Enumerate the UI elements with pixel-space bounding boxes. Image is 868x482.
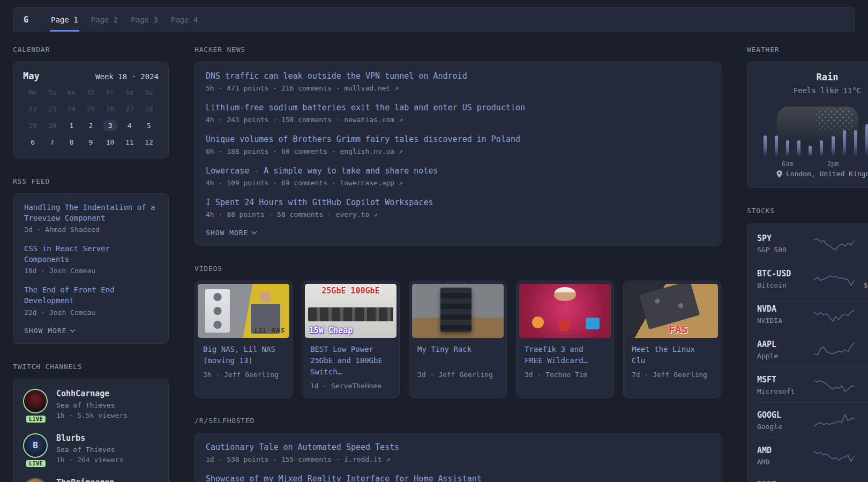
rss-item-title[interactable]: CSS in React Server Components (24, 244, 110, 263)
hn-item-domain-link[interactable]: lowercase.app ↗ (340, 179, 402, 187)
stock-row: NVDA NVIDIA +3.52% $888.40 (757, 296, 868, 332)
twitch-channel-row[interactable]: LIVE CohhCarnage Sea of Thieves 1h · 5.5… (23, 389, 159, 419)
weather-bar (797, 140, 800, 157)
reddit-section-title: /R/SELFHOSTED (194, 417, 721, 425)
stock-price: $150.45 (856, 457, 868, 466)
hn-item-title[interactable]: I Spent 24 Hours with GitHub Copilot Wor… (206, 198, 433, 207)
app-logo: G (13, 7, 39, 32)
video-card[interactable]: FAS Meet the Linux Clu 7d · Jeff Geerlin… (623, 281, 721, 398)
video-meta: 1d · ServeTheHome (310, 382, 391, 390)
twitch-widget: LIVE CohhCarnage Sea of Thieves 1h · 5.5… (13, 379, 169, 482)
live-badge: LIVE (25, 415, 47, 424)
hn-item: DNS traffic can leak outside the VPN tun… (206, 71, 710, 92)
stock-change: +2.94% (856, 445, 868, 455)
calendar-day: 11 (120, 134, 139, 150)
stock-symbol: AMD (757, 446, 813, 455)
rss-item-title[interactable]: The End of Front-End Development (24, 285, 115, 305)
stock-sparkline (813, 411, 856, 430)
left-column: CALENDAR May Week 18 · 2024 MoTuWeThFrSa… (13, 32, 169, 482)
switch-ports-graphic (308, 307, 393, 321)
twitch-channel-row[interactable]: ThePrimeagen (23, 478, 159, 482)
twitch-channel-meta: 1h · 264 viewers (56, 456, 123, 464)
stock-row: AMD AMD +2.94% $150.45 (757, 438, 868, 473)
video-title[interactable]: Traefik 3 and FREE Wildcard… (525, 344, 605, 366)
video-thumbnail[interactable] (412, 284, 504, 338)
video-thumbnail[interactable]: 25GbE 100GbE 15W Cheap (305, 284, 396, 338)
stock-price: $61,725.48 (856, 281, 868, 289)
avatar: B (23, 433, 48, 458)
hn-item-domain-link[interactable]: mullvad.net ↗ (344, 84, 399, 92)
calendar-weekday: Th (81, 89, 100, 96)
weather-axis-label: 6am (782, 160, 794, 168)
right-column: WEATHER Rain Feels like 11°C 6am2pm10pm … (747, 32, 868, 482)
hn-item-title[interactable]: Lithium-free sodium batteries exit the l… (206, 103, 525, 112)
calendar-week-year: Week 18 · 2024 (95, 72, 159, 81)
hn-show-more-button[interactable]: SHOW MORE (206, 229, 710, 238)
video-card[interactable]: Traefik 3 and FREE Wildcard… 3d · Techno… (516, 281, 614, 398)
stock-row: MSFT Microsoft +2.16% $406.43 (757, 367, 868, 402)
weather-bar-slot (850, 106, 861, 157)
stock-change: +4.40% (856, 268, 868, 278)
reddit-item: Cautionary Tale on Automated Speed Tests… (206, 442, 710, 463)
videos-section-title: VIDEOS (194, 265, 721, 273)
stocks-section-title: STOCKS (747, 207, 868, 215)
calendar-day: 4 (120, 117, 139, 134)
tab-page-2[interactable]: Page 2 (85, 7, 125, 32)
rss-item-title[interactable]: Handling The Indentation of a Treeview C… (24, 203, 155, 222)
stock-symbol: MSFT (757, 375, 813, 385)
tab-page-3[interactable]: Page 3 (124, 7, 164, 32)
video-thumbnail[interactable]: LIL NAS (198, 284, 289, 338)
video-title[interactable]: Big NAS, Lil NAS (moving 13) (203, 344, 284, 366)
twitch-channel-row[interactable]: B LIVE Blurbs Sea of Thieves 1h · 264 vi… (23, 433, 159, 464)
calendar-grid: 222324252627282930123456789101112 (23, 101, 159, 150)
twitch-channel-name[interactable]: Blurbs (56, 433, 123, 443)
server-rack-graphic (440, 288, 472, 332)
video-title[interactable]: Meet the Linux Clu (632, 344, 713, 366)
twitch-section-title: TWITCH CHANNELS (13, 363, 169, 371)
video-card[interactable]: 25GbE 100GbE 15W Cheap BEST Low Power 25… (302, 281, 400, 398)
hn-item-domain-link[interactable]: english.nv.ua ↗ (340, 147, 402, 155)
rss-item-meta: 3d · Ahmad Shadeed (24, 225, 158, 234)
reddit-item-title[interactable]: Showcase of my Mixed Reality Interface f… (206, 474, 482, 482)
calendar-section-title: CALENDAR (13, 46, 169, 54)
chevron-down-icon (251, 231, 257, 235)
calendar-weekday: We (62, 89, 81, 96)
calendar-day: 6 (23, 134, 42, 150)
calendar-weekday: Tu (42, 89, 62, 96)
hn-item-title[interactable]: Lowercase - A simple way to take and sha… (206, 166, 438, 176)
hacker-news-widget: DNS traffic can leak outside the VPN tun… (194, 62, 721, 246)
calendar-weekday: Sa (120, 89, 139, 96)
weather-widget: Rain Feels like 11°C 6am2pm10pm 12° Lond… (747, 62, 868, 188)
video-thumbnail[interactable]: FAS (626, 284, 718, 338)
reddit-item-domain-link[interactable]: i.redd.it ↗ (344, 455, 390, 463)
middle-column: HACKER NEWS DNS traffic can leak outside… (194, 32, 721, 482)
video-meta: 3d · Techno Tim (525, 371, 605, 379)
hn-item-title[interactable]: Unique volumes of Brothers Grimm fairy t… (206, 134, 520, 144)
hn-item-domain-link[interactable]: every.to ↗ (336, 210, 378, 219)
hn-item-domain-link[interactable]: newatlas.com ↗ (344, 116, 403, 124)
docker-icon (586, 318, 600, 329)
weather-bar (775, 135, 778, 157)
video-card[interactable]: LIL NAS Big NAS, Lil NAS (moving 13) 3h … (194, 281, 293, 398)
weather-bar-slot: 6am (782, 106, 793, 157)
twitch-channel-name[interactable]: CohhCarnage (56, 389, 128, 398)
video-title[interactable]: BEST Low Power 25GbE and 100GbE Switch… (310, 344, 391, 378)
video-meta: 3d · Jeff Geerling (417, 371, 498, 379)
video-card[interactable]: My Tiny Rack 3d · Jeff Geerling (409, 281, 507, 398)
weather-bar-slot (770, 106, 782, 157)
rss-show-more-button[interactable]: SHOW MORE (24, 327, 158, 336)
stock-company: Apple (757, 352, 813, 360)
thumbnail-caption: LIL NAS (254, 327, 285, 334)
reddit-item-title[interactable]: Cautionary Tale on Automated Speed Tests (206, 442, 399, 452)
video-thumbnail[interactable] (519, 284, 611, 338)
calendar-day: 22 (23, 101, 42, 117)
weather-bar-slot (759, 106, 770, 157)
stock-company: S&P 500 (757, 246, 813, 254)
stock-row: SPY S&P 500 +1.29% $511.57 (757, 226, 868, 261)
tab-page-1[interactable]: Page 1 (44, 7, 85, 32)
tab-page-4[interactable]: Page 4 (164, 7, 205, 32)
twitch-channel-name[interactable]: ThePrimeagen (56, 478, 114, 482)
hn-item-title[interactable]: DNS traffic can leak outside the VPN tun… (206, 71, 467, 81)
calendar-day: 25 (81, 101, 100, 117)
video-title[interactable]: My Tiny Rack (417, 344, 498, 366)
